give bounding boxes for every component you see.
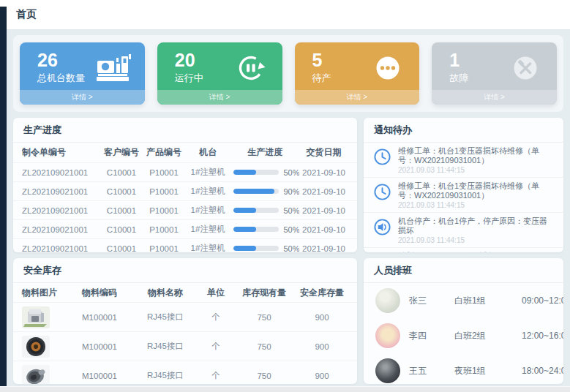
- progress-bar: 50%: [230, 168, 299, 177]
- col-progress: 生产进度: [230, 146, 299, 159]
- production-progress-title: 生产进度: [13, 118, 357, 143]
- fault-detail-link[interactable]: 详情 >: [432, 90, 557, 105]
- col-machine: 机台: [185, 146, 230, 159]
- list-item: 张三 白班1组 09:00~12:00: [364, 283, 563, 318]
- table-row: ZL202109021001 C10001 P10001 1#注塑机 50% 2…: [13, 219, 357, 238]
- table-row: ZL202109021001 C10001 P10001 1#注塑机 90% 2…: [13, 181, 357, 200]
- progress-bar: 50%: [230, 225, 299, 234]
- safety-stock-title: 安全库存: [13, 258, 357, 283]
- clock-icon: [373, 148, 391, 166]
- staff-shift: 白班1组: [454, 295, 522, 307]
- staff-shift: 夜班1组: [454, 365, 522, 377]
- progress-bar: 50%: [230, 206, 299, 215]
- card-running[interactable]: 20 运行中 详情 >: [157, 42, 282, 105]
- col-delivery-date: 交货日期: [299, 146, 348, 159]
- col-material-name: 物料名称: [132, 287, 199, 299]
- fault-label: 故障: [449, 72, 468, 85]
- progress-bar: 90%: [230, 187, 299, 196]
- staff-shift: 白班2组: [454, 330, 522, 342]
- list-item[interactable]: 机台停产：机台1停产，停产原因：变压器损坏 2021.09.03 11:44:1…: [364, 213, 563, 248]
- card-waiting[interactable]: 5 待产 详情 >: [295, 42, 420, 105]
- sidebar-edge: [0, 7, 7, 386]
- stat-cards-panel: 26 总机台数量: [13, 35, 563, 112]
- staff-schedule-panel: 人员排班 张三 白班1组 09:00~12:00 李四 白班2组 12:00~1…: [364, 258, 563, 384]
- table-row: M100001 RJ45接口 个 750 900: [13, 302, 357, 331]
- col-safety-stock: 安全库存量: [296, 287, 348, 299]
- waiting-value: 5: [312, 50, 331, 71]
- content-area: 26 总机台数量: [7, 30, 570, 386]
- total-machines-value: 26: [37, 50, 85, 71]
- list-item: 李四 白班2组 12:00~16:00: [364, 318, 563, 353]
- speaker-icon: [373, 218, 391, 236]
- dashboard-window: 首页 26 总机台数量: [0, 0, 570, 392]
- fault-value: 1: [449, 50, 468, 71]
- list-item: 王五 夜班1组 18:00~24:00: [364, 353, 563, 384]
- col-current-stock: 库存现有量: [233, 287, 296, 299]
- col-product-no: 产品编号: [143, 146, 185, 159]
- table-row: M100001 RJ45接口 个 750 900: [13, 361, 357, 384]
- rj45-connector-image: [22, 306, 67, 328]
- card-fault[interactable]: 1 故障: [432, 42, 557, 105]
- running-icon: [233, 53, 269, 83]
- col-order-no: 制令单编号: [22, 146, 100, 159]
- waiting-detail-link[interactable]: 详情 >: [295, 90, 420, 105]
- production-progress-panel: 生产进度 制令单编号 客户编号 产品编号 机台 生产进度 交货日期 ZL2021…: [13, 118, 357, 252]
- waiting-icon: [370, 53, 406, 83]
- window-top-edge: [0, 0, 570, 7]
- list-item[interactable]: 维修工单：机台1变压器损坏待维修（单号：WX202109031001） 2021…: [364, 143, 563, 178]
- staff-time: 12:00~16:00: [522, 331, 563, 341]
- list-item[interactable]: 计划暂停：机台1生产计划已暂停 2021.09.03 11:44:15: [364, 248, 563, 252]
- table-row: ZL202109021001 C10001 P10001 1#注塑机 50% 2…: [13, 162, 357, 181]
- col-unit: 单位: [199, 287, 233, 299]
- avatar: [375, 288, 400, 313]
- production-table-header: 制令单编号 客户编号 产品编号 机台 生产进度 交货日期: [13, 143, 357, 162]
- list-item[interactable]: 维修工单：机台1变压器损坏待维修（单号：WX202109031001） 2021…: [364, 178, 563, 213]
- horizontal-scrollbar[interactable]: [0, 386, 570, 392]
- total-machines-detail-link[interactable]: 详情 >: [20, 90, 145, 105]
- machine-icon: [95, 53, 132, 83]
- staff-name: 张三: [409, 295, 454, 307]
- staff-schedule-title: 人员排班: [364, 258, 563, 283]
- avatar: [375, 358, 400, 383]
- staff-name: 李四: [409, 330, 454, 342]
- col-customer-no: 客户编号: [100, 146, 143, 159]
- notifications-panel: 通知待办 维修工单：机台1变压器损坏待维修（单号：WX202109031001）…: [364, 118, 563, 252]
- running-value: 20: [175, 50, 203, 71]
- staff-time: 18:00~24:00: [522, 366, 563, 376]
- fault-icon: [507, 53, 544, 83]
- table-row: M100001 RJ45接口 个 750 900: [13, 331, 357, 361]
- safety-stock-panel: 安全库存 物料图片 物料编码 物料名称 单位 库存现有量 安全库存量: [13, 258, 357, 384]
- staff-name: 王五: [409, 365, 454, 377]
- col-material-image: 物料图片: [22, 287, 67, 299]
- stock-table-header: 物料图片 物料编码 物料名称 单位 库存现有量 安全库存量: [13, 283, 357, 302]
- col-material-code: 物料编码: [67, 287, 132, 299]
- waiting-label: 待产: [312, 72, 331, 85]
- clock-icon: [373, 183, 391, 201]
- running-label: 运行中: [175, 72, 203, 85]
- notifications-title: 通知待办: [364, 118, 563, 143]
- card-total-machines[interactable]: 26 总机台数量: [20, 42, 145, 105]
- running-detail-link[interactable]: 详情 >: [157, 90, 282, 105]
- speaker-driver-image: [22, 365, 67, 385]
- progress-bar: 50%: [230, 244, 299, 253]
- avatar: [375, 323, 400, 348]
- page-title: 首页: [16, 8, 37, 21]
- table-row: ZL202109021001 C10001 P10001 1#注塑机 50% 2…: [13, 238, 357, 252]
- table-row: ZL202109021001 C10001 P10001 1#注塑机 50% 2…: [13, 200, 357, 219]
- round-speaker-image: [22, 336, 67, 358]
- total-machines-label: 总机台数量: [37, 72, 85, 85]
- staff-time: 09:00~12:00: [522, 295, 563, 306]
